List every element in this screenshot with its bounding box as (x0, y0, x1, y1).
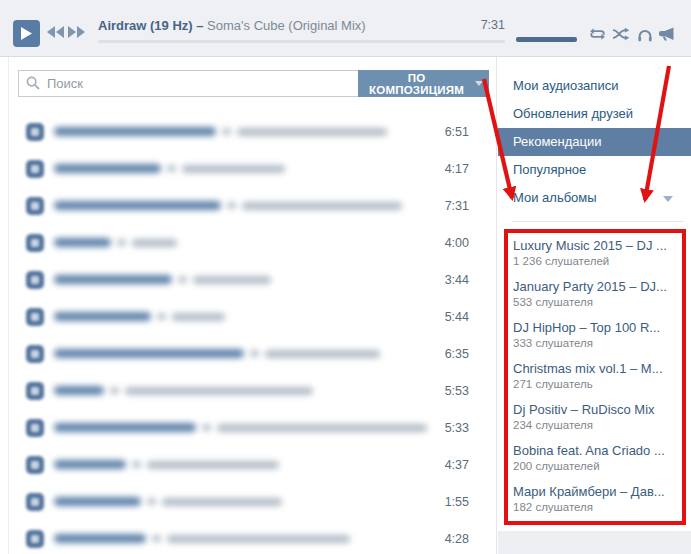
album-list: Luxury Music 2015 – DJ ... 1 236 слушате… (498, 222, 691, 515)
album-list-item[interactable]: January Party 2015 – DJ... 533 слушателя (513, 278, 691, 310)
album-title[interactable]: Bobina feat. Ana Criado ... (513, 442, 691, 459)
track-separator-blur (202, 424, 211, 431)
album-list-item[interactable]: DJ HipHop – Top 100 R... 333 слушателя (513, 319, 691, 351)
track-action-icon[interactable] (26, 160, 44, 178)
track-row[interactable]: 7:31 (9, 187, 496, 224)
search-input[interactable] (18, 70, 358, 97)
track-action-icon[interactable] (26, 308, 44, 326)
track-artist-blur (54, 238, 111, 247)
shuffle-button[interactable] (612, 27, 630, 41)
track-duration: 7:31 (445, 199, 469, 213)
fast-forward-button[interactable] (68, 26, 85, 38)
plus-glyph (31, 276, 39, 284)
rewind-button[interactable] (47, 26, 64, 38)
headphones-button[interactable] (637, 27, 653, 42)
track-separator-blur (152, 535, 161, 542)
track-row[interactable]: 4:28 (9, 520, 496, 554)
album-title[interactable]: January Party 2015 – DJ... (513, 278, 691, 295)
search-icon (26, 76, 41, 91)
track-title-blur (162, 498, 282, 506)
track-duration: 4:37 (445, 458, 469, 472)
play-button[interactable] (13, 20, 40, 47)
repeat-icon (589, 27, 606, 41)
track-artist-blur (54, 534, 146, 543)
track-separator-blur (227, 202, 236, 209)
track-action-icon[interactable] (26, 345, 44, 363)
track-action-icon[interactable] (26, 234, 44, 252)
album-title[interactable]: Christmas mix vol.1 – M... (513, 360, 691, 377)
track-title-blur (132, 239, 177, 247)
track-row[interactable]: 4:37 (9, 446, 496, 483)
track-row[interactable]: 6:35 (9, 335, 496, 372)
album-listeners-count: 333 слушателя (513, 336, 691, 351)
vk-audio-page: Airdraw (19 Hz) – Soma's Cube (Original … (0, 0, 691, 554)
plus-glyph (31, 128, 39, 136)
volume-slider[interactable] (516, 37, 577, 42)
track-separator-blur (132, 461, 141, 468)
album-title[interactable]: DJ HipHop – Top 100 R... (513, 319, 691, 336)
album-listeners-count: 182 слушателя (513, 500, 691, 515)
track-row[interactable]: 6:51 (9, 113, 496, 150)
album-title[interactable]: Dj Positiv – RuDisco Mix (513, 401, 691, 418)
progress-bar[interactable] (98, 40, 505, 43)
track-action-icon[interactable] (26, 271, 44, 289)
sidebar-menu-item[interactable]: Популярное (498, 156, 691, 184)
album-listeners-count: 533 слушателя (513, 295, 691, 310)
track-action-icon[interactable] (26, 197, 44, 215)
sidebar-item-label: Обновления друзей (513, 106, 633, 121)
track-action-icon[interactable] (26, 419, 44, 437)
headphones-icon (637, 27, 653, 42)
broadcast-button[interactable] (658, 27, 675, 41)
track-separator-blur (110, 387, 119, 394)
repeat-button[interactable] (589, 27, 606, 41)
track-row[interactable]: 5:33 (9, 409, 496, 446)
track-title-blur (242, 202, 402, 210)
album-title[interactable]: Мари Краймбери – Дав... (513, 483, 691, 500)
track-artist-blur (54, 164, 161, 173)
track-row[interactable]: 5:53 (9, 372, 496, 409)
sidebar-menu-item[interactable]: Мои альбомы (498, 184, 691, 212)
track-row[interactable]: 1:55 (9, 483, 496, 520)
track-title-blur (193, 276, 271, 284)
sidebar-menu-item[interactable]: Обновления друзей (498, 100, 691, 128)
track-artist-blur (54, 386, 104, 395)
track-action-icon[interactable] (26, 456, 44, 474)
track-duration: 4:00 (445, 236, 469, 250)
track-row[interactable]: 4:17 (9, 150, 496, 187)
track-list: 6:51 4:17 7:31 4:00 3:44 5:44 6:35 (9, 113, 496, 554)
album-list-item[interactable]: Мари Краймбери – Дав... 182 слушателя (513, 483, 691, 515)
track-duration: 3:44 (445, 273, 469, 287)
filter-by-tracks-button[interactable]: по композициям (358, 70, 489, 97)
track-separator-blur (222, 128, 231, 135)
search-box (18, 70, 358, 97)
album-title[interactable]: Luxury Music 2015 – DJ ... (513, 237, 691, 254)
track-action-icon[interactable] (26, 123, 44, 141)
track-artist-blur (54, 460, 126, 469)
broadcast-icon (658, 27, 675, 41)
album-list-item[interactable]: Bobina feat. Ana Criado ... 200 слушател… (513, 442, 691, 474)
track-duration: 5:53 (445, 384, 469, 398)
plus-glyph (31, 313, 39, 321)
track-row[interactable]: 5:44 (9, 298, 496, 335)
sidebar-menu-item[interactable]: Рекомендации (498, 128, 691, 156)
track-row[interactable]: 4:00 (9, 224, 496, 261)
track-action-icon[interactable] (26, 493, 44, 511)
album-list-item[interactable]: Christmas mix vol.1 – M... 271 слушатель (513, 360, 691, 392)
rewind-icon (47, 26, 64, 38)
plus-glyph (31, 461, 39, 469)
track-separator-blur (178, 276, 187, 283)
sidebar-menu-item[interactable]: Мои аудиозаписи (498, 72, 691, 100)
search-row: по композициям (18, 70, 489, 97)
track-time: 7:31 (455, 18, 505, 32)
track-action-icon[interactable] (26, 530, 44, 548)
track-row[interactable]: 3:44 (9, 261, 496, 298)
plus-glyph (31, 350, 39, 358)
track-artist-blur (54, 349, 244, 358)
album-listeners-count: 234 слушателя (513, 418, 691, 433)
track-action-icon[interactable] (26, 382, 44, 400)
track-duration: 4:17 (445, 162, 469, 176)
album-list-item[interactable]: Dj Positiv – RuDisco Mix 234 слушателя (513, 401, 691, 433)
play-icon (21, 27, 32, 40)
album-list-item[interactable]: Luxury Music 2015 – DJ ... 1 236 слушате… (513, 237, 691, 269)
track-duration: 5:44 (445, 310, 469, 324)
